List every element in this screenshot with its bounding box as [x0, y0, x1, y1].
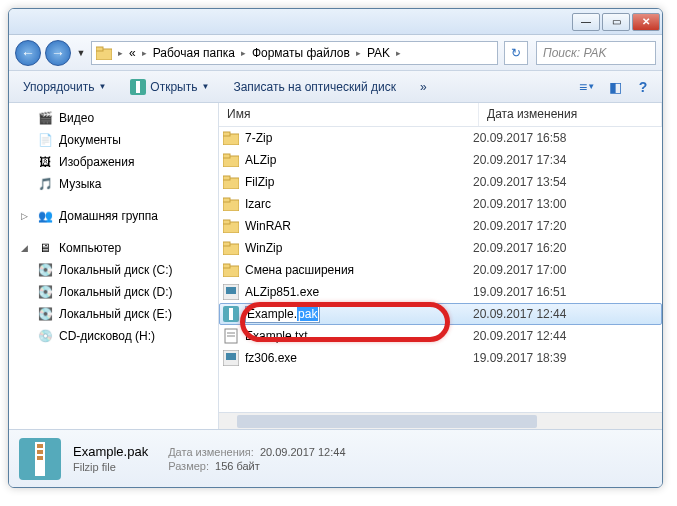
- cd-icon: 💿: [37, 328, 53, 344]
- file-name: Смена расширения: [245, 263, 354, 277]
- sidebar-item-doc[interactable]: 📄Документы: [9, 129, 218, 151]
- breadcrumb-segment[interactable]: Форматы файлов: [252, 46, 350, 60]
- column-date[interactable]: Дата изменения: [479, 103, 662, 126]
- video-icon: 🎬: [37, 110, 53, 126]
- file-row[interactable]: WinRAR20.09.2017 17:20: [219, 215, 662, 237]
- file-row[interactable]: FilZip20.09.2017 13:54: [219, 171, 662, 193]
- file-name: FilZip: [245, 175, 274, 189]
- navigation-pane: 🎬Видео📄Документы🖼Изображения🎵Музыка ▷ 👥 …: [9, 103, 219, 429]
- details-size-label: Размер:: [168, 460, 209, 472]
- svg-rect-19: [226, 287, 236, 294]
- file-date: 20.09.2017 17:00: [473, 263, 658, 277]
- filzip-icon: [130, 79, 146, 95]
- breadcrumb-segment[interactable]: Рабочая папка: [153, 46, 235, 60]
- svg-rect-15: [223, 242, 230, 246]
- music-icon: 🎵: [37, 176, 53, 192]
- sidebar-drive[interactable]: 💽Локальный диск (E:): [9, 303, 218, 325]
- organize-button[interactable]: Упорядочить ▼: [17, 78, 112, 96]
- file-row[interactable]: Example.txt20.09.2017 12:44: [219, 325, 662, 347]
- sidebar-homegroup[interactable]: ▷ 👥 Домашняя группа: [9, 205, 218, 227]
- breadcrumb-segment[interactable]: PAK: [367, 46, 390, 60]
- file-date: 20.09.2017 13:00: [473, 197, 658, 211]
- file-date: 20.09.2017 17:20: [473, 219, 658, 233]
- folder-icon: [223, 152, 239, 168]
- more-button[interactable]: »: [414, 78, 433, 96]
- folder-icon: [223, 130, 239, 146]
- sidebar-item-label: Музыка: [59, 177, 101, 191]
- forward-button[interactable]: →: [45, 40, 71, 66]
- rename-input[interactable]: Example.pak: [245, 306, 320, 323]
- nav-history-dropdown[interactable]: ▼: [75, 43, 87, 63]
- navbar: ← → ▼ ▸ « ▸ Рабочая папка ▸ Форматы файл…: [9, 35, 662, 71]
- homegroup-icon: 👥: [37, 208, 53, 224]
- svg-rect-1: [96, 47, 103, 51]
- file-date: 19.09.2017 16:51: [473, 285, 658, 299]
- close-button[interactable]: ✕: [632, 13, 660, 31]
- svg-rect-7: [223, 154, 230, 158]
- folder-icon: [223, 196, 239, 212]
- sidebar-item-video[interactable]: 🎬Видео: [9, 107, 218, 129]
- file-row[interactable]: ALZip20.09.2017 17:34: [219, 149, 662, 171]
- file-row[interactable]: Example.pak20.09.2017 12:44: [219, 303, 662, 325]
- sidebar-item-img[interactable]: 🖼Изображения: [9, 151, 218, 173]
- svg-rect-11: [223, 198, 230, 202]
- file-name: ALZip851.exe: [245, 285, 319, 299]
- file-date: 20.09.2017 13:54: [473, 175, 658, 189]
- search-input[interactable]: Поиск: PAK: [536, 41, 656, 65]
- view-mode-button[interactable]: ≡ ▼: [576, 76, 598, 98]
- open-button[interactable]: Открыть ▼: [124, 77, 215, 97]
- svg-rect-9: [223, 176, 230, 180]
- folder-icon: [223, 174, 239, 190]
- svg-rect-30: [37, 450, 43, 454]
- sidebar-item-label: Локальный диск (D:): [59, 285, 173, 299]
- file-row[interactable]: WinZip20.09.2017 16:20: [219, 237, 662, 259]
- details-filetype: Filzip file: [73, 461, 148, 473]
- toolbar: Упорядочить ▼ Открыть ▼ Записать на опти…: [9, 71, 662, 103]
- titlebar: — ▭ ✕: [9, 9, 662, 35]
- details-size-value: 156 байт: [215, 460, 260, 472]
- svg-rect-21: [229, 308, 233, 320]
- sidebar-drive[interactable]: 💽Локальный диск (D:): [9, 281, 218, 303]
- horizontal-scrollbar[interactable]: [219, 412, 662, 429]
- drive-icon: 💽: [37, 306, 53, 322]
- sidebar-item-label: Документы: [59, 133, 121, 147]
- file-name: WinZip: [245, 241, 282, 255]
- exe-icon: [223, 284, 239, 300]
- file-name: WinRAR: [245, 219, 291, 233]
- column-name[interactable]: Имя: [219, 103, 479, 126]
- preview-pane-button[interactable]: ◧: [604, 76, 626, 98]
- computer-icon: 🖥: [37, 240, 53, 256]
- sidebar-item-label: Локальный диск (E:): [59, 307, 172, 321]
- file-date: 20.09.2017 12:44: [473, 329, 658, 343]
- file-row[interactable]: Смена расширения20.09.2017 17:00: [219, 259, 662, 281]
- details-pane: Example.pak Filzip file Дата изменения: …: [9, 429, 662, 487]
- svg-rect-17: [223, 264, 230, 268]
- folder-icon: [223, 262, 239, 278]
- back-button[interactable]: ←: [15, 40, 41, 66]
- address-bar[interactable]: ▸ « ▸ Рабочая папка ▸ Форматы файлов ▸ P…: [91, 41, 498, 65]
- pak-icon: [223, 306, 239, 322]
- file-name: Example.txt: [245, 329, 308, 343]
- exe-icon: [223, 350, 239, 366]
- minimize-button[interactable]: —: [572, 13, 600, 31]
- sidebar-item-label: Видео: [59, 111, 94, 125]
- sidebar-computer[interactable]: ◢ 🖥 Компьютер: [9, 237, 218, 259]
- maximize-button[interactable]: ▭: [602, 13, 630, 31]
- column-headers: Имя Дата изменения: [219, 103, 662, 127]
- sidebar-drive[interactable]: 💿CD-дисковод (H:): [9, 325, 218, 347]
- burn-button[interactable]: Записать на оптический диск: [227, 78, 402, 96]
- file-name: fz306.exe: [245, 351, 297, 365]
- file-row[interactable]: fz306.exe19.09.2017 18:39: [219, 347, 662, 369]
- refresh-button[interactable]: ↻: [504, 41, 528, 65]
- sidebar-drive[interactable]: 💽Локальный диск (C:): [9, 259, 218, 281]
- folder-icon: [96, 46, 112, 60]
- file-row[interactable]: Izarc20.09.2017 13:00: [219, 193, 662, 215]
- file-list: Имя Дата изменения 7-Zip20.09.2017 16:58…: [219, 103, 662, 429]
- file-row[interactable]: 7-Zip20.09.2017 16:58: [219, 127, 662, 149]
- file-date: 20.09.2017 16:20: [473, 241, 658, 255]
- sidebar-item-music[interactable]: 🎵Музыка: [9, 173, 218, 195]
- file-row[interactable]: ALZip851.exe19.09.2017 16:51: [219, 281, 662, 303]
- filzip-icon: [19, 438, 61, 480]
- help-button[interactable]: ?: [632, 76, 654, 98]
- sidebar-item-label: Изображения: [59, 155, 134, 169]
